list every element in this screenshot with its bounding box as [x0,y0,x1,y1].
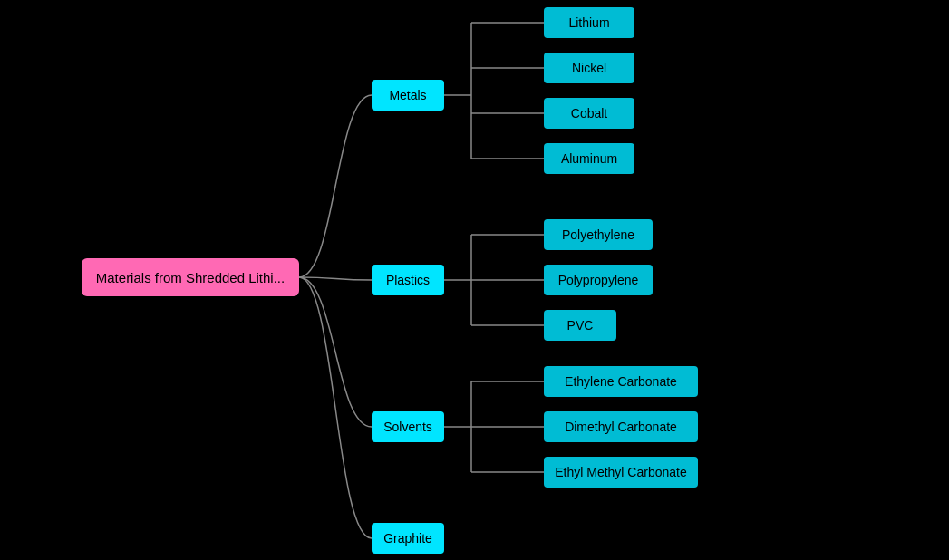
mind-map: Materials from Shredded Lithi...MetalsPl… [0,0,949,560]
root-node: Materials from Shredded Lithi... [82,258,299,296]
category-node-metals: Metals [372,80,444,111]
leaf-node-polyethylene: Polyethylene [544,219,653,250]
leaf-node-nickel: Nickel [544,53,634,83]
category-node-plastics: Plastics [372,265,444,295]
leaf-node-ethyl-methyl-carbonate: Ethyl Methyl Carbonate [544,457,698,488]
leaf-node-ethylene-carbonate: Ethylene Carbonate [544,366,698,397]
leaf-node-cobalt: Cobalt [544,98,634,129]
leaf-node-pvc: PVC [544,310,616,341]
leaf-node-aluminum: Aluminum [544,143,634,174]
leaf-node-lithium: Lithium [544,7,634,38]
category-node-graphite: Graphite [372,523,444,554]
leaf-node-dimethyl-carbonate: Dimethyl Carbonate [544,411,698,442]
leaf-node-polypropylene: Polypropylene [544,265,653,295]
category-node-solvents: Solvents [372,411,444,442]
